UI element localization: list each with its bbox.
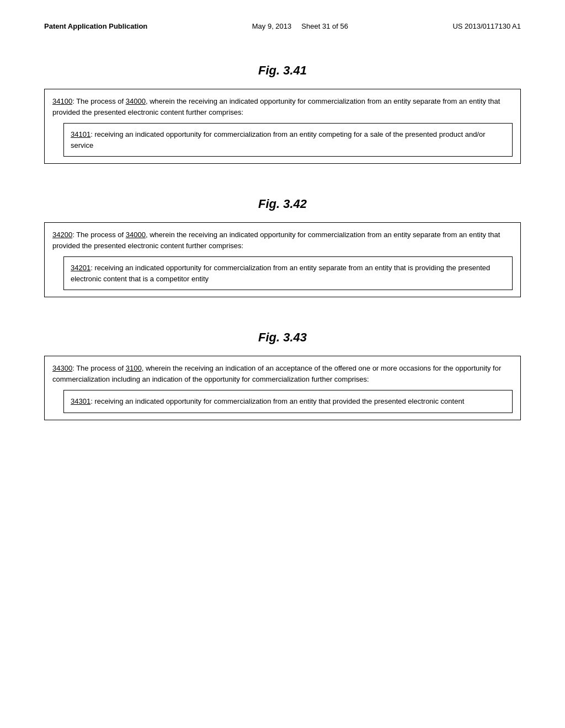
ref-34200: 34200 [52, 231, 72, 239]
figure-3-42-outer-box: 34200: The process of 34000, wherein the… [44, 222, 521, 297]
figure-3-43-inner-box: 34301: receiving an indicated opportunit… [63, 390, 513, 413]
figure-3-43-outer-box: 34300: The process of 3100, wherein the … [44, 356, 521, 420]
figure-3-42-outer-text: 34200: The process of 34000, wherein the… [52, 229, 513, 251]
figure-3-43-section: Fig. 3.43 34300: The process of 3100, wh… [44, 330, 521, 420]
figure-3-43-title: Fig. 3.43 [44, 330, 521, 345]
header-sheet: Sheet 31 of 56 [301, 22, 348, 30]
header-publication-label: Patent Application Publication [44, 22, 147, 30]
page-header: Patent Application Publication May 9, 20… [44, 22, 521, 30]
figure-3-42-section: Fig. 3.42 34200: The process of 34000, w… [44, 197, 521, 297]
figure-3-42-title: Fig. 3.42 [44, 197, 521, 211]
header-patent-number: US 2013/0117130 A1 [452, 22, 521, 30]
ref-34101: 34101 [71, 130, 90, 138]
figure-3-43-text-connector: : The process of [72, 364, 126, 372]
ref-3100: 3100 [126, 364, 142, 372]
figure-3-41-inner-text: : receiving an indicated opportunity for… [71, 130, 486, 149]
ref-34300: 34300 [52, 364, 72, 372]
figure-3-42-inner-box: 34201: receiving an indicated opportunit… [63, 256, 513, 290]
ref-34100: 34100 [52, 97, 72, 105]
figure-3-42-inner-text: : receiving an indicated opportunity for… [71, 264, 490, 283]
header-date-sheet: May 9, 2013 Sheet 31 of 56 [252, 22, 348, 30]
figure-3-43-inner-text: : receiving an indicated opportunity for… [90, 397, 464, 405]
ref-34301: 34301 [71, 397, 90, 405]
ref-34000-1: 34000 [126, 97, 146, 105]
figure-3-41-outer-text: 34100: The process of 34000, wherein the… [52, 96, 513, 117]
ref-34201: 34201 [71, 264, 90, 272]
figure-3-41-outer-box: 34100: The process of 34000, wherein the… [44, 89, 521, 164]
figure-3-42-text-connector: : The process of [72, 231, 126, 239]
header-date: May 9, 2013 [252, 22, 292, 30]
figure-3-41-section: Fig. 3.41 34100: The process of 34000, w… [44, 63, 521, 164]
figure-3-41-title: Fig. 3.41 [44, 63, 521, 78]
figure-3-43-outer-text: 34300: The process of 3100, wherein the … [52, 363, 513, 384]
figure-3-41-inner-box: 34101: receiving an indicated opportunit… [63, 123, 513, 157]
page: Patent Application Publication May 9, 20… [0, 0, 565, 728]
figure-3-41-text-connector: : The process of [72, 97, 126, 105]
ref-34000-2: 34000 [126, 231, 146, 239]
